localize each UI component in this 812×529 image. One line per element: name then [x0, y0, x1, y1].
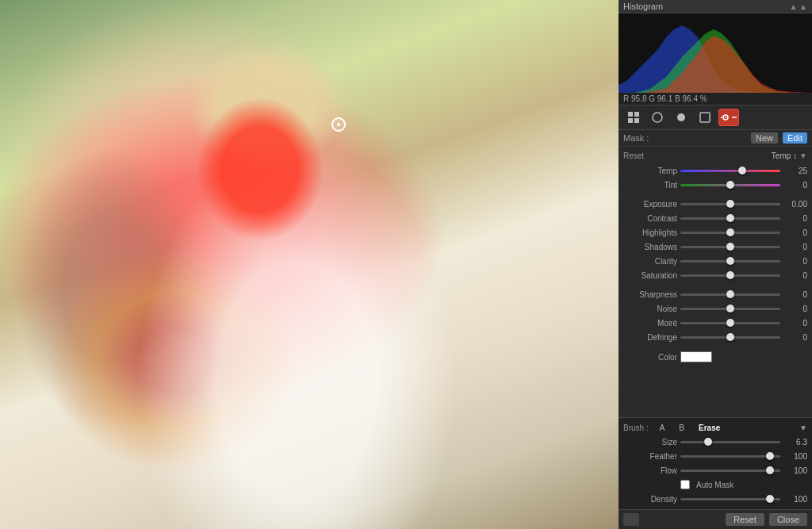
clarity-label: Clarity: [623, 257, 677, 266]
moire-thumb[interactable]: [726, 319, 734, 327]
mask-row: Mask : New Edit: [619, 130, 812, 147]
color-row: Color: [619, 349, 812, 365]
svg-point-10: [725, 117, 726, 118]
bottom-close-button[interactable]: Close: [769, 513, 807, 526]
shadows-slider-row: Shadows 0: [619, 240, 812, 254]
brush-tool-icon[interactable]: [718, 109, 739, 126]
exposure-thumb[interactable]: [726, 200, 734, 208]
noise-track[interactable]: [680, 307, 780, 310]
exposure-track[interactable]: [680, 202, 780, 205]
density-slider-row: Density 100: [619, 492, 812, 506]
radial-tool-icon[interactable]: [647, 109, 668, 126]
brush-feather-track[interactable]: [680, 454, 780, 458]
highlights-thumb[interactable]: [726, 228, 734, 236]
color-label: Color: [623, 353, 677, 362]
brush-header-row: Brush : A B Erase ▼: [619, 421, 812, 435]
contrast-value: 0: [783, 214, 807, 223]
bride-photo: [0, 0, 619, 529]
mask-label: Mask :: [623, 133, 649, 143]
color-swatch[interactable]: [680, 351, 712, 362]
shadows-label: Shadows: [623, 243, 677, 251]
clarity-slider-row: Clarity 0: [619, 254, 812, 268]
brush-section: Brush : A B Erase ▼ Size 6.3 Feather: [619, 417, 812, 509]
brush-tab-b[interactable]: B: [676, 423, 688, 433]
reset-temp-row: Reset Temp ↕ ▼: [619, 150, 812, 163]
temp-value: 25: [783, 167, 807, 175]
sharpness-value: 0: [783, 290, 807, 299]
reset-button[interactable]: Reset: [623, 151, 644, 160]
brush-feather-thumb[interactable]: [766, 452, 774, 460]
brush-feather-value: 100: [783, 452, 807, 461]
sharpness-thumb[interactable]: [726, 290, 734, 298]
noise-slider-row: Noise 0: [619, 301, 812, 316]
histogram-chart: [619, 13, 812, 93]
temp-track[interactable]: [680, 169, 780, 172]
tint-slider-row: Tint 0: [619, 178, 812, 192]
brush-size-thumb[interactable]: [704, 438, 712, 446]
noise-label: Noise: [623, 305, 677, 313]
svg-rect-3: [634, 118, 639, 123]
moire-slider-row: Moiré 0: [619, 316, 812, 330]
saturation-track[interactable]: [680, 274, 780, 277]
brush-tab-a[interactable]: A: [657, 423, 668, 433]
right-panel: Histogram ▲ ▲ R 95.8 G 96.1 B 96.4 %: [619, 0, 812, 529]
saturation-label: Saturation: [623, 271, 677, 280]
histogram-rgb-bar: R 95.8 G 96.1 B 96.4 %: [619, 93, 812, 105]
exposure-value: 0.00: [783, 200, 807, 209]
contrast-track[interactable]: [680, 217, 780, 220]
defringe-track[interactable]: [680, 335, 780, 339]
select-tool-icon[interactable]: [695, 109, 715, 126]
brush-flow-track[interactable]: [680, 469, 780, 472]
histogram-arrows: ▲ ▲: [789, 2, 807, 11]
highlights-value: 0: [783, 228, 807, 237]
temp-thumb[interactable]: [738, 167, 746, 174]
brush-dropdown[interactable]: ▼: [799, 424, 807, 432]
bottom-grid-icon[interactable]: [623, 513, 639, 526]
defringe-slider-row: Defringe 0: [619, 330, 812, 344]
defringe-thumb[interactable]: [726, 333, 734, 341]
shadows-thumb[interactable]: [726, 243, 734, 251]
brush-tab-erase[interactable]: Erase: [695, 423, 723, 433]
bottom-reset-button[interactable]: Reset: [726, 513, 764, 526]
exposure-label: Exposure: [623, 200, 677, 209]
density-track[interactable]: [680, 497, 780, 500]
brush-size-label: Size: [623, 438, 677, 447]
temp-sort-label: Temp ↕ ▼: [772, 151, 807, 160]
tint-label: Tint: [623, 181, 677, 190]
moire-value: 0: [783, 319, 807, 328]
spot-tool-icon[interactable]: [671, 109, 691, 126]
highlights-label: Highlights: [623, 228, 677, 237]
sliders-area: Reset Temp ↕ ▼ Temp 25 Tint: [619, 147, 812, 417]
shadows-track[interactable]: [680, 245, 780, 248]
brush-flow-thumb[interactable]: [766, 466, 774, 474]
moire-label: Moiré: [623, 319, 677, 328]
mask-edit-button[interactable]: Edit: [783, 132, 807, 144]
svg-point-5: [677, 113, 685, 121]
saturation-thumb[interactable]: [726, 271, 734, 279]
svg-point-4: [653, 113, 662, 122]
svg-rect-2: [628, 118, 633, 123]
bottom-buttons: Reset Close: [619, 509, 812, 529]
highlights-track[interactable]: [680, 231, 780, 234]
contrast-label: Contrast: [623, 214, 677, 223]
histogram-title: Histogram: [623, 2, 663, 11]
clarity-track[interactable]: [680, 259, 780, 263]
tint-track[interactable]: [680, 183, 780, 186]
auto-mask-label: Auto Mask: [696, 481, 733, 489]
brush-size-value: 6.3: [783, 438, 807, 447]
moire-track[interactable]: [680, 321, 780, 324]
clarity-thumb[interactable]: [726, 257, 734, 265]
brush-flow-row: Flow 100: [619, 463, 812, 477]
auto-mask-checkbox[interactable]: [680, 480, 690, 489]
contrast-thumb[interactable]: [726, 214, 734, 222]
sharpness-track[interactable]: [680, 293, 780, 296]
histogram-section: Histogram ▲ ▲ R 95.8 G 96.1 B 96.4 %: [619, 0, 812, 105]
tint-thumb[interactable]: [726, 181, 734, 189]
grid-tool-icon[interactable]: [623, 109, 644, 126]
defringe-label: Defringe: [623, 333, 677, 342]
photo-area: [0, 0, 619, 529]
density-thumb[interactable]: [766, 495, 774, 503]
brush-size-track[interactable]: [680, 440, 780, 443]
mask-new-button[interactable]: New: [751, 132, 778, 144]
noise-thumb[interactable]: [726, 305, 734, 312]
